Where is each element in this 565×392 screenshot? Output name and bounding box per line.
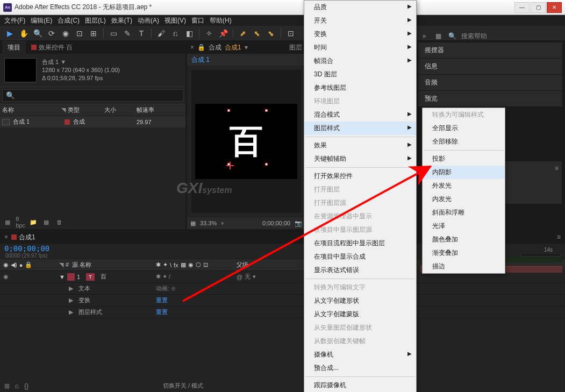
viewer-grid-icon[interactable]: ▦	[190, 220, 196, 227]
delete-icon[interactable]: 🗑	[55, 218, 63, 226]
eye-icon[interactable]: ◉	[3, 273, 9, 280]
menu-effect[interactable]: 效果(T)	[111, 16, 132, 25]
composition-thumbnail[interactable]	[4, 58, 37, 82]
close-tab-icon[interactable]: ×	[190, 44, 194, 51]
menu-item[interactable]: 描边	[423, 260, 505, 273]
type-tool-icon[interactable]: T	[136, 28, 147, 39]
pen-tool-icon[interactable]: ✎	[122, 28, 133, 39]
menu-composition[interactable]: 合成(C)	[58, 16, 80, 25]
lock-icon[interactable]: 🔒	[197, 44, 205, 51]
puppet-tool-icon[interactable]: 📌	[218, 28, 228, 39]
menu-window[interactable]: 窗口	[191, 16, 204, 25]
menu-item[interactable]: 在项目中显示合成	[304, 250, 416, 263]
menu-item[interactable]: 内阴影	[423, 166, 505, 179]
menu-item[interactable]: 参考线图层	[304, 81, 416, 95]
snap-icon[interactable]: ⊡	[285, 28, 296, 39]
menu-item[interactable]: 显示表达式错误	[304, 263, 416, 277]
source-name-col[interactable]: 源 名称	[72, 261, 91, 268]
twirl-icon[interactable]: ▶	[69, 285, 73, 292]
menu-animation[interactable]: 动画(A)	[138, 16, 159, 25]
search-help-input[interactable]: 搜索帮助	[461, 32, 487, 41]
brush-tool-icon[interactable]: 🖌	[156, 28, 167, 39]
twirl-down-icon[interactable]: ▼	[59, 274, 65, 280]
orbit-tool-icon[interactable]: ⟳	[46, 28, 57, 39]
parent-dropdown[interactable]: 无	[245, 273, 251, 281]
new-folder-icon[interactable]: 📁	[29, 218, 38, 226]
workspace-panel-icon[interactable]: ▦	[433, 31, 443, 41]
camera-tool-icon[interactable]: ⊡	[74, 28, 85, 39]
window-minimize-button[interactable]: —	[514, 2, 530, 13]
menu-item[interactable]: 时间▶	[304, 41, 416, 54]
selection-handle[interactable]	[265, 163, 268, 166]
menu-layer[interactable]: 图层(L)	[85, 16, 106, 25]
menu-item[interactable]: 从文字创建形状	[304, 294, 416, 308]
av-toggle-icon[interactable]: ◉	[3, 261, 9, 268]
interpret-icon[interactable]: ▦	[3, 218, 12, 226]
layer-panel-tab[interactable]: 图层	[289, 43, 302, 52]
selection-handle[interactable]	[227, 109, 230, 112]
menu-item[interactable]: 关键帧辅助▶	[304, 152, 416, 166]
col-framerate-header[interactable]: 帧速率	[137, 106, 183, 114]
project-search-input[interactable]	[2, 89, 183, 102]
reset-button[interactable]: 重置	[156, 309, 168, 315]
menu-view[interactable]: 视图(V)	[165, 16, 186, 25]
bpc-toggle[interactable]: 8 bpc	[16, 218, 25, 226]
toggle-icon[interactable]: ⊞	[4, 382, 10, 390]
viewer-snapshot-icon[interactable]: 📷	[295, 220, 302, 227]
col-size-header[interactable]: 大小	[104, 106, 137, 114]
composition-canvas[interactable]: 百 GXIsystem	[191, 70, 301, 213]
menu-item[interactable]: 3D 图层	[304, 68, 416, 81]
hand-tool-icon[interactable]: ✋	[18, 28, 29, 39]
viewer-flowchart-bar[interactable]: 合成 1	[187, 54, 305, 66]
selection-tool-icon[interactable]: ▶	[4, 28, 15, 39]
timeline-menu-icon[interactable]: ≡	[557, 233, 561, 241]
axis-local-icon[interactable]: ⬈	[238, 28, 248, 39]
menu-help[interactable]: 帮助(H)	[210, 16, 232, 25]
twirl-icon[interactable]: ▶	[69, 297, 73, 304]
toggle-icon[interactable]: ⎌	[15, 382, 19, 390]
menu-item[interactable]: 预合成...	[304, 361, 416, 375]
viewer-timecode[interactable]: 0;00;00;00	[262, 220, 290, 226]
clone-tool-icon[interactable]: ⎌	[170, 28, 181, 39]
menu-item[interactable]: 从文字创建蒙版	[304, 308, 416, 321]
menu-item[interactable]: 效果▶	[304, 139, 416, 152]
menu-item[interactable]: 变换▶	[304, 27, 416, 41]
viewer-comp-name[interactable]: 合成1	[225, 43, 241, 52]
menu-file[interactable]: 文件(F)	[4, 16, 25, 25]
project-item-row[interactable]: 合成 1 合成 29.97	[0, 116, 185, 127]
anchor-point-icon[interactable]	[226, 162, 234, 169]
menu-item[interactable]: 投影	[423, 152, 505, 166]
menu-item[interactable]: 内发光	[423, 193, 505, 206]
menu-item[interactable]: 渐变叠加	[423, 246, 505, 260]
window-close-button[interactable]: ✕	[547, 2, 562, 13]
col-name-header[interactable]: 名称	[2, 106, 61, 114]
axis-view-icon[interactable]: ⬊	[266, 28, 276, 39]
timeline-property-row[interactable]: . ▶变换 重置	[0, 295, 565, 307]
rotation-tool-icon[interactable]: ◉	[60, 28, 71, 39]
col-type-header[interactable]: 类型	[68, 106, 80, 114]
menu-item[interactable]: 打开效果控件	[304, 169, 416, 183]
toggle-icon[interactable]: {}	[24, 382, 28, 390]
layer-name[interactable]: 百	[101, 273, 106, 281]
menu-edit[interactable]: 编辑(E)	[31, 16, 52, 25]
menu-item[interactable]: 全部显示	[423, 122, 505, 135]
panel-preview[interactable]: 预览	[418, 91, 562, 106]
roto-tool-icon[interactable]: ✧	[204, 28, 214, 39]
project-tab[interactable]: 项目	[2, 41, 26, 54]
axis-world-icon[interactable]: ⬉	[252, 28, 262, 39]
pan-behind-tool-icon[interactable]: ⊞	[88, 28, 99, 39]
menu-item[interactable]: 跟踪摄像机	[304, 379, 416, 392]
menu-item[interactable]: 摄像机▶	[304, 348, 416, 361]
text-layer-content[interactable]: 百	[230, 119, 263, 164]
parent-pickwhip-icon[interactable]: @	[237, 274, 242, 280]
menu-item[interactable]: 外发光	[423, 179, 505, 193]
parent-col[interactable]: 父级	[233, 261, 298, 269]
menu-item[interactable]: 全部移除	[423, 135, 505, 148]
menu-item[interactable]: 颜色叠加	[423, 233, 505, 246]
zoom-tool-icon[interactable]: 🔍	[32, 28, 43, 39]
menu-item[interactable]: 光泽	[423, 219, 505, 233]
menu-item[interactable]: 在项目流程图中显示图层	[304, 237, 416, 250]
window-maximize-button[interactable]: ▢	[531, 2, 546, 13]
selection-handle[interactable]	[265, 109, 268, 112]
close-tab-icon[interactable]: ×	[4, 233, 8, 241]
